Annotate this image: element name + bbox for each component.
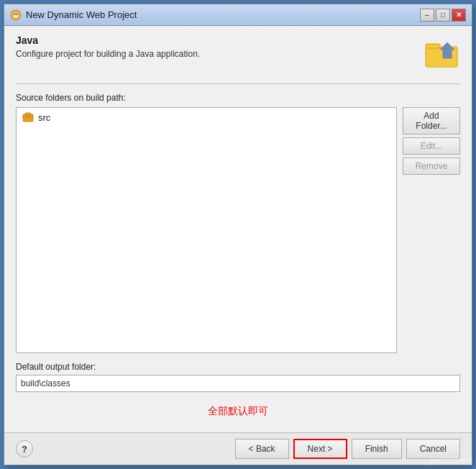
source-list[interactable]: src — [16, 107, 397, 353]
content-area: Java Configure project for building a Ja… — [4, 26, 472, 432]
help-button[interactable]: ? — [16, 440, 33, 457]
close-button[interactable]: ✕ — [452, 9, 466, 22]
window-title: New Dynamic Web Project — [26, 9, 137, 20]
header-text: Java Configure project for building a Ja… — [16, 35, 423, 59]
output-folder-input[interactable] — [16, 375, 460, 392]
next-button[interactable]: Next > — [293, 439, 347, 459]
chinese-note: 全部默认即可 — [16, 405, 460, 418]
svg-rect-3 — [426, 44, 440, 48]
list-item[interactable]: src — [18, 109, 395, 125]
output-section: Default output folder: — [16, 362, 460, 392]
source-panel: src Add Folder... Edit... Remove — [16, 107, 460, 353]
minimize-button[interactable]: – — [420, 9, 434, 22]
title-bar: New Dynamic Web Project – □ ✕ — [4, 4, 472, 26]
output-label: Default output folder: — [16, 362, 460, 372]
header-title: Java — [16, 35, 423, 46]
source-item-name: src — [38, 112, 50, 123]
window-controls: – □ ✕ — [420, 9, 466, 22]
maximize-button[interactable]: □ — [436, 9, 450, 22]
nav-buttons: < Back Next > Finish Cancel — [235, 439, 460, 459]
watermark: @51CTO博客 — [429, 456, 473, 466]
back-button[interactable]: < Back — [235, 439, 289, 459]
header-folder-icon — [423, 35, 460, 72]
add-folder-button[interactable]: Add Folder... — [403, 107, 460, 135]
header-section: Java Configure project for building a Ja… — [16, 35, 460, 72]
bottom-bar: ? < Back Next > Finish Cancel — [4, 432, 472, 465]
header-subtitle: Configure project for building a Java ap… — [16, 49, 423, 59]
finish-button[interactable]: Finish — [352, 439, 402, 459]
eclipse-icon — [10, 9, 22, 21]
title-bar-left: New Dynamic Web Project — [10, 9, 137, 21]
svg-rect-6 — [25, 113, 31, 116]
side-buttons: Add Folder... Edit... Remove — [403, 107, 460, 353]
source-folders-label: Source folders on build path: — [16, 93, 460, 103]
divider — [16, 83, 460, 84]
edit-button[interactable]: Edit... — [403, 137, 460, 155]
remove-button[interactable]: Remove — [403, 158, 460, 175]
package-icon — [22, 111, 34, 123]
dialog-window: New Dynamic Web Project – □ ✕ Java Confi… — [4, 4, 472, 465]
